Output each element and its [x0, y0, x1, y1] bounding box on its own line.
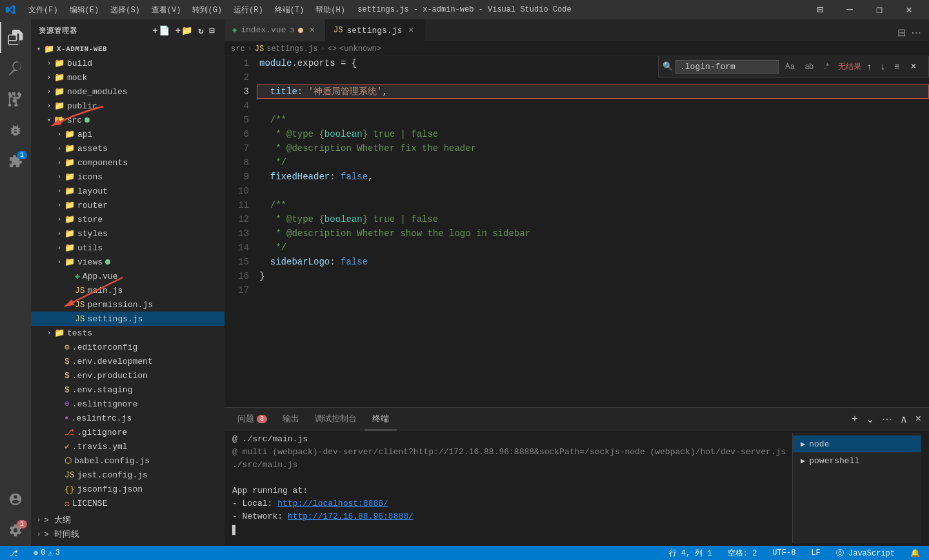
terminal-session-node[interactable]: ▶ node	[793, 435, 921, 452]
sidebar-item-node-modules[interactable]: › 📁 node_modules	[31, 85, 225, 99]
find-lines-button[interactable]: ≡	[891, 59, 903, 74]
find-input[interactable]	[675, 60, 779, 74]
new-folder-icon[interactable]: +📁	[174, 24, 194, 37]
sidebar-item-editorconfig[interactable]: ⚙ .editorconfig	[31, 340, 225, 354]
sidebar-item-assets[interactable]: › 📁 assets	[31, 141, 225, 155]
tab-close-button[interactable]: ×	[406, 25, 416, 35]
sidebar-item-tests[interactable]: › 📁 tests	[31, 326, 225, 340]
titlebar-menu[interactable]: 文件(F) 编辑(E) 选择(S) 查看(V) 转到(G) 运行(R) 终端(T…	[23, 2, 350, 18]
minimize-button[interactable]: —	[835, 0, 864, 19]
sidebar-item-mock[interactable]: › 📁 mock	[31, 70, 225, 85]
close-button[interactable]: ✕	[894, 0, 924, 19]
find-prev-button[interactable]: ↑	[864, 59, 875, 74]
code-editor[interactable]: 1 2 3 4 5 6 7 8 9 10 11 12 13 14	[225, 56, 929, 407]
tab-terminal[interactable]: 终端	[365, 408, 397, 430]
menu-run[interactable]: 运行(R)	[228, 2, 268, 18]
sidebar-item-components[interactable]: › 📁 components	[31, 155, 225, 170]
layout-icon[interactable]: ⊟	[805, 0, 835, 19]
sidebar-item-gitignore[interactable]: ⎇ .gitignore	[31, 425, 225, 439]
sidebar-item-timeline[interactable]: › > 时间线	[31, 527, 225, 541]
network-link[interactable]: http://172.16.88.96:8888/	[288, 512, 414, 521]
sidebar-item-jest[interactable]: JS jest.config.js	[31, 468, 225, 482]
tab-close-button[interactable]: ×	[307, 25, 317, 35]
terminal-maximize-button[interactable]: ∧	[897, 412, 910, 426]
status-notifications[interactable]: 🔔	[906, 546, 924, 560]
sidebar-item-public[interactable]: › 📁 public	[31, 99, 225, 113]
maximize-button[interactable]: ❐	[864, 0, 894, 19]
refresh-icon[interactable]: ↻	[197, 24, 205, 37]
menu-edit[interactable]: 编辑(E)	[65, 2, 105, 18]
menu-goto[interactable]: 转到(G)	[187, 2, 227, 18]
sidebar-item-root[interactable]: ▾ 📁 X-ADMIN-WEB	[31, 42, 225, 56]
terminal-more-button[interactable]: ⋯	[879, 412, 895, 426]
sidebar-item-jsconfig[interactable]: {} jsconfig.json	[31, 482, 225, 496]
sidebar-item-eslintignore[interactable]: ⊖ .eslintignore	[31, 397, 225, 411]
sidebar-item-store[interactable]: › 📁 store	[31, 212, 225, 226]
menu-terminal[interactable]: 终端(T)	[270, 2, 310, 18]
activity-debug[interactable]	[0, 115, 31, 146]
sidebar-item-api[interactable]: › 📁 api	[31, 127, 225, 141]
tab-output[interactable]: 输出	[275, 408, 307, 430]
sidebar-item-permissionjs[interactable]: JS permission.js	[31, 297, 225, 312]
sidebar-item-env-prod[interactable]: $ .env.production	[31, 368, 225, 383]
collapse-all-icon[interactable]: ⊟	[208, 24, 217, 37]
status-git-branch[interactable]: ⎇	[5, 546, 22, 560]
sidebar-item-layout[interactable]: › 📁 layout	[31, 184, 225, 198]
sidebar-item-env-staging[interactable]: $ .env.staging	[31, 383, 225, 397]
sidebar-item-utils[interactable]: › 📁 utils	[31, 241, 225, 255]
sidebar-item-src[interactable]: ▾ 📂 src	[31, 113, 225, 127]
find-next-button[interactable]: ↓	[877, 59, 888, 74]
activity-explorer[interactable]	[0, 22, 31, 53]
tab-problems[interactable]: 问题 3	[230, 408, 275, 430]
breadcrumb-symbol[interactable]: <unknown>	[339, 45, 381, 54]
terminal-close-button[interactable]: ×	[913, 412, 924, 426]
sidebar-item-views[interactable]: › 📁 views	[31, 255, 225, 269]
status-language[interactable]: ⓪ JavaScript	[832, 546, 899, 560]
new-file-icon[interactable]: +📄	[151, 24, 171, 37]
sidebar-item-travis[interactable]: ✔ .travis.yml	[31, 439, 225, 454]
terminal-actions[interactable]: + ⌄ ⋯ ∧ ×	[849, 412, 924, 426]
sidebar-item-styles[interactable]: › 📁 styles	[31, 226, 225, 241]
add-terminal-button[interactable]: +	[849, 412, 860, 426]
local-link[interactable]: http://localhost:8888/	[277, 499, 388, 508]
status-line-ending[interactable]: LF	[807, 546, 824, 560]
tab-debug-console[interactable]: 调试控制台	[307, 408, 365, 430]
terminal-split-button[interactable]: ⌄	[863, 412, 877, 426]
sidebar-item-babel[interactable]: ⬡ babel.config.js	[31, 454, 225, 468]
status-position[interactable]: 行 4, 列 1	[665, 546, 716, 560]
menu-select[interactable]: 选择(S)	[105, 2, 145, 18]
terminal-session-powershell[interactable]: ▶ powershell	[793, 452, 921, 469]
status-encoding[interactable]: UTF-8	[768, 546, 799, 560]
status-spaces[interactable]: 空格: 2	[724, 546, 761, 560]
menu-file[interactable]: 文件(F)	[23, 2, 63, 18]
breadcrumb-file[interactable]: settings.js	[266, 45, 317, 54]
sidebar-item-env-dev[interactable]: $ .env.development	[31, 354, 225, 368]
menu-view[interactable]: 查看(V)	[146, 2, 186, 18]
sidebar-item-router[interactable]: › 📁 router	[31, 198, 225, 212]
activity-extensions[interactable]: 1	[0, 146, 31, 177]
menu-help[interactable]: 帮助(H)	[310, 2, 350, 18]
activity-source-control[interactable]	[0, 84, 31, 115]
tab-settingsjs[interactable]: JS settings.js ×	[326, 19, 425, 41]
breadcrumb-src[interactable]: src	[231, 45, 245, 54]
sidebar-item-eslintrc[interactable]: ● .eslintrc.js	[31, 411, 225, 425]
sidebar-item-build[interactable]: › 📁 build	[31, 56, 225, 70]
sidebar-item-mainjs[interactable]: JS main.js	[31, 283, 225, 297]
sidebar-item-license[interactable]: ⚖ LICENSE	[31, 496, 225, 510]
more-actions-button[interactable]: ⋯	[908, 24, 924, 41]
activity-account[interactable]	[0, 484, 31, 515]
status-errors[interactable]: ⊗ 0 ⚠ 3	[30, 546, 64, 560]
window-controls[interactable]: ⊟ — ❐ ✕	[805, 0, 924, 19]
match-case-button[interactable]: Aa	[781, 60, 799, 73]
sidebar-item-outline[interactable]: › > 大纲	[31, 513, 225, 527]
match-word-button[interactable]: ab	[801, 60, 817, 73]
activity-search[interactable]	[0, 53, 31, 84]
use-regex-button[interactable]: .*	[820, 60, 833, 73]
sidebar-item-appvue[interactable]: ◈ App.vue	[31, 269, 225, 283]
activity-settings[interactable]: 1	[0, 515, 31, 546]
find-close-button[interactable]: ×	[908, 61, 919, 72]
sidebar-item-icons[interactable]: › 📁 icons	[31, 170, 225, 184]
sidebar-item-settingsjs[interactable]: JS settings.js	[31, 312, 225, 326]
tab-indexvue[interactable]: ◈ index.vue 3 ×	[225, 19, 326, 41]
split-editor-button[interactable]: ⊟	[895, 24, 908, 41]
